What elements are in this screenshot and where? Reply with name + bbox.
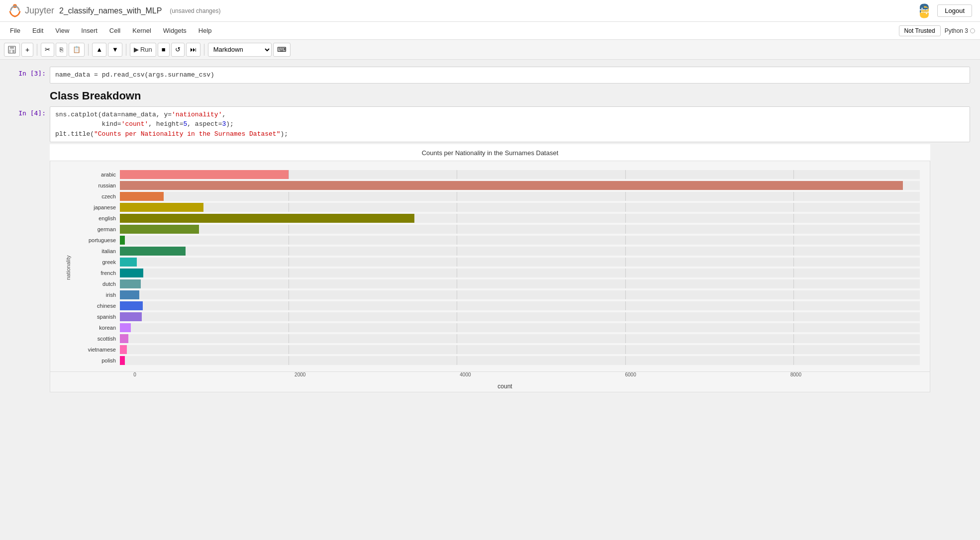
top-bar-right: Logout	[916, 3, 972, 19]
run-label: Run	[140, 46, 152, 53]
menu-insert[interactable]: Insert	[76, 25, 102, 36]
paste-button[interactable]: 📋	[69, 43, 85, 57]
menu-bar-right: Not Trusted Python 3	[899, 25, 975, 36]
bar-track	[120, 356, 920, 365]
bar-fill	[120, 225, 199, 234]
save-button[interactable]	[4, 43, 20, 57]
menu-widgets[interactable]: Widgets	[158, 25, 192, 36]
bar-fill	[120, 290, 139, 299]
bar-row: czech	[75, 191, 920, 201]
cell-type-select[interactable]: Markdown Code Raw NBConvert	[208, 43, 272, 57]
menu-help[interactable]: Help	[194, 25, 217, 36]
cell-4-content[interactable]: sns.catplot(data=name_data, y='nationali…	[50, 106, 970, 143]
not-trusted-button[interactable]: Not Trusted	[899, 25, 941, 36]
kernel-label: Python 3	[945, 27, 968, 34]
y-axis-label: nationality	[65, 169, 71, 366]
bar-track	[120, 269, 920, 277]
top-bar-left: Jupyter 2_classify_names_with_MLP (unsav…	[8, 4, 220, 18]
cell-3-content[interactable]: name_data = pd.read_csv(args.surname_csv…	[50, 67, 970, 84]
bar-track	[120, 192, 920, 201]
bar-fill	[120, 301, 143, 310]
bar-row: english	[75, 213, 920, 223]
x-tick-label: 0	[133, 372, 136, 377]
cell-4: In [4]: sns.catplot(data=name_data, y='n…	[10, 106, 970, 143]
x-tick-label: 6000	[625, 372, 636, 377]
cell-4-line-1: sns.catplot(data=name_data, y='nationali…	[55, 110, 965, 120]
cell-3-code: name_data = pd.read_csv(args.surname_csv…	[55, 71, 214, 79]
menu-view[interactable]: View	[50, 25, 74, 36]
class-breakdown-heading: Class Breakdown	[50, 90, 930, 102]
bar-track	[120, 279, 920, 288]
toolbar-sep-3	[126, 44, 126, 56]
cell-3-label: In [3]:	[10, 67, 50, 79]
svg-point-2	[926, 12, 927, 14]
bar-label: portuguese	[75, 237, 120, 243]
bar-track	[120, 236, 920, 245]
bar-row: portuguese	[75, 235, 920, 245]
menu-bar: File Edit View Insert Cell Kernel Widget…	[0, 22, 980, 40]
bar-track	[120, 323, 920, 332]
top-bar: Jupyter 2_classify_names_with_MLP (unsav…	[0, 0, 980, 22]
add-icon: +	[25, 46, 29, 54]
run-icon: ▶	[134, 46, 139, 53]
kernel-status-dot	[970, 28, 975, 33]
menu-file[interactable]: File	[5, 25, 25, 36]
bar-row: vietnamese	[75, 345, 920, 355]
move-up-button[interactable]: ▲	[92, 43, 106, 57]
menu-kernel[interactable]: Kernel	[127, 25, 156, 36]
run-button[interactable]: ▶ Run	[130, 43, 156, 57]
bar-label: vietnamese	[75, 347, 120, 353]
bar-track	[120, 214, 920, 223]
x-tick-label: 8000	[790, 372, 801, 377]
keyboard-shortcuts-button[interactable]: ⌨	[273, 43, 291, 57]
menu-cell[interactable]: Cell	[104, 25, 125, 36]
cut-button[interactable]: ✂	[41, 43, 54, 57]
move-down-icon: ▼	[112, 46, 118, 53]
menu-edit[interactable]: Edit	[27, 25, 48, 36]
bar-row: italian	[75, 246, 920, 256]
bar-track	[120, 312, 920, 321]
bar-fill	[120, 214, 414, 223]
bar-label: korean	[75, 325, 120, 331]
bar-track	[120, 247, 920, 256]
svg-rect-6	[10, 50, 12, 53]
move-down-button[interactable]: ▼	[108, 43, 122, 57]
bar-label: polish	[75, 358, 120, 363]
svg-point-1	[921, 7, 923, 9]
paste-icon: 📋	[73, 46, 81, 53]
bar-fill	[120, 192, 164, 201]
bar-track	[120, 170, 920, 179]
cell-3: In [3]: name_data = pd.read_csv(args.sur…	[10, 67, 970, 84]
bar-fill	[120, 356, 125, 365]
bar-track	[120, 345, 920, 354]
notebook-title: 2_classify_names_with_MLP	[59, 6, 162, 15]
bar-fill	[120, 181, 903, 190]
cut-icon: ✂	[45, 46, 50, 53]
x-tick-label: 4000	[460, 372, 471, 377]
restart-button[interactable]: ↺	[171, 43, 185, 57]
bar-label: chinese	[75, 303, 120, 309]
toolbar-sep-2	[88, 44, 89, 56]
bar-row: dutch	[75, 279, 920, 289]
bar-fill	[120, 312, 142, 321]
chart-container: Counts per Nationality in the Surnames D…	[50, 144, 930, 392]
keyboard-icon: ⌨	[277, 46, 287, 53]
cell-4-label: In [4]:	[10, 106, 50, 118]
fast-forward-button[interactable]: ⏭	[186, 43, 200, 57]
logout-button[interactable]: Logout	[937, 4, 972, 17]
copy-button[interactable]: ⎘	[56, 43, 67, 57]
stop-icon: ■	[162, 46, 166, 53]
cell-4-line-3: plt.title("Counts per Nationality in the…	[55, 129, 965, 139]
bar-label: scottish	[75, 336, 120, 342]
bar-fill	[120, 269, 143, 277]
bar-label: dutch	[75, 281, 120, 287]
stop-button[interactable]: ■	[158, 43, 170, 57]
bar-row: irish	[75, 290, 920, 300]
bar-fill	[120, 203, 203, 212]
bar-row: polish	[75, 356, 920, 365]
bar-row: spanish	[75, 312, 920, 322]
bar-label: greek	[75, 259, 120, 265]
x-ticks: 02000400060008000	[135, 372, 920, 382]
bar-track	[120, 203, 920, 212]
add-cell-button[interactable]: +	[21, 43, 33, 57]
